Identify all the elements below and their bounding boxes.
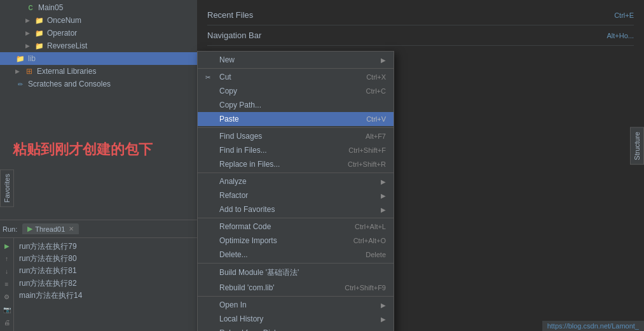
ctx-copy[interactable]: Copy Ctrl+C bbox=[198, 84, 394, 98]
right-item-label: Recent Files bbox=[207, 10, 253, 20]
tree-item-reverselist[interactable]: ▶ 📁 ReverseList bbox=[0, 39, 197, 52]
right-item-label: Navigation Bar bbox=[207, 31, 261, 40]
structure-tab[interactable]: Structure bbox=[630, 127, 644, 165]
run-tab[interactable]: ▶ Thread01 ✕ bbox=[22, 223, 79, 234]
run-line-4: run方法在执行82 bbox=[19, 278, 192, 290]
scratch-icon: ✏ bbox=[15, 79, 25, 89]
right-navigation-bar[interactable]: Navigation Bar Alt+Ho... bbox=[207, 25, 634, 46]
arrow-icon: ▶ bbox=[381, 57, 386, 64]
run-controls: ▶ ↑ ↓ ≡ ⚙ 📷 🖨 bbox=[0, 238, 14, 331]
ctx-add-favorites[interactable]: Add to Favorites ▶ bbox=[198, 202, 394, 216]
ctx-shortcut: Ctrl+C bbox=[366, 87, 386, 95]
ctx-label: Add to Favorites bbox=[219, 205, 275, 214]
ctx-rebuild[interactable]: Rebuild 'com.lib' Ctrl+Shift+F9 bbox=[198, 281, 394, 295]
ctx-reload[interactable]: ↺ Reload from Disk bbox=[198, 326, 394, 331]
run-content: run方法在执行79 run方法在执行80 run方法在执行81 run方法在执… bbox=[14, 238, 197, 331]
tree-item-operator[interactable]: ▶ 📁 Operator bbox=[0, 27, 197, 39]
ctx-label: Delete... bbox=[219, 250, 248, 259]
tree-label: ReverseList bbox=[47, 41, 87, 50]
run-panel: Run: ▶ Thread01 ✕ ▶ ↑ ↓ ≡ ⚙ 📷 🖨 run方法在执行… bbox=[0, 220, 197, 331]
arrow-icon: ▶ bbox=[381, 192, 386, 199]
class-icon: C bbox=[25, 3, 36, 13]
ctx-label: Paste bbox=[219, 115, 239, 123]
arrow-icon: ▶ bbox=[25, 43, 33, 49]
ctx-shortcut: Ctrl+Shift+F bbox=[348, 146, 386, 154]
arrow-icon: ▶ bbox=[381, 316, 386, 323]
ctx-label: Analyze bbox=[219, 177, 247, 186]
folder-icon: 📁 bbox=[34, 41, 45, 51]
tree-item-scratches[interactable]: ✏ Scratches and Consoles bbox=[0, 78, 197, 90]
ctx-label: Find in Files... bbox=[219, 146, 267, 155]
tree-label: Scratches and Consoles bbox=[28, 80, 111, 88]
separator bbox=[198, 173, 394, 173]
ctx-label: Refactor bbox=[219, 191, 248, 200]
ctx-new[interactable]: New ▶ bbox=[198, 53, 394, 67]
run-up-button[interactable]: ↑ bbox=[1, 253, 13, 264]
run-label: Run: bbox=[3, 225, 17, 233]
ctx-shortcut: Ctrl+Shift+R bbox=[348, 160, 386, 168]
run-down-button[interactable]: ↓ bbox=[1, 265, 13, 277]
ctx-open-in[interactable]: Open In ▶ bbox=[198, 298, 394, 312]
close-icon[interactable]: ✕ bbox=[69, 225, 74, 232]
ctx-label: Optimize Imports bbox=[219, 236, 277, 245]
run-play-button[interactable]: ▶ bbox=[1, 240, 13, 251]
run-list-button[interactable]: ≡ bbox=[1, 278, 13, 290]
ctx-copy-path[interactable]: Copy Path... bbox=[198, 98, 394, 112]
tree-item-external-libraries[interactable]: ▶ ⊞ External Libraries bbox=[0, 65, 197, 78]
ctx-shortcut: Ctrl+Alt+L bbox=[355, 223, 386, 230]
right-item-shortcut: Alt+Ho... bbox=[607, 32, 634, 39]
separator bbox=[198, 127, 394, 128]
run-tab-bar: Run: ▶ Thread01 ✕ bbox=[0, 220, 197, 238]
ctx-label: Local History bbox=[219, 314, 263, 323]
separator bbox=[198, 296, 394, 297]
ctx-paste[interactable]: Paste Ctrl+V bbox=[198, 112, 394, 126]
ctx-label: Cut bbox=[219, 73, 231, 81]
tree-label: OnceNum bbox=[47, 16, 81, 25]
run-tab-name: Thread01 bbox=[35, 225, 65, 233]
ctx-reformat[interactable]: Reformat Code Ctrl+Alt+L bbox=[198, 220, 394, 234]
main-container: C Main05 ▶ 📁 OnceNum ▶ 📁 Operator ▶ 📁 Re… bbox=[0, 0, 644, 331]
ctx-label: Build Module '基础语法' bbox=[219, 267, 299, 278]
ctx-shortcut: Ctrl+Alt+O bbox=[353, 237, 386, 244]
run-line-3: run方法在执行81 bbox=[19, 265, 192, 277]
ctx-local-history[interactable]: Local History ▶ bbox=[198, 312, 394, 326]
ctx-build-module[interactable]: Build Module '基础语法' bbox=[198, 265, 394, 281]
ctx-label: Reformat Code bbox=[219, 222, 271, 231]
arrow-icon: ▶ bbox=[381, 206, 386, 213]
ctx-analyze[interactable]: Analyze ▶ bbox=[198, 174, 394, 188]
arrow-icon: ▶ bbox=[25, 17, 33, 24]
tree-item-oncenum[interactable]: ▶ 📁 OnceNum bbox=[0, 14, 197, 27]
ctx-shortcut: Delete bbox=[366, 251, 386, 258]
run-print-button[interactable]: 🖨 bbox=[1, 316, 13, 328]
run-camera-button[interactable]: 📷 bbox=[1, 304, 13, 315]
ctx-icon: ✂ bbox=[205, 74, 216, 81]
external-icon: ⊞ bbox=[24, 66, 34, 76]
right-recent-files[interactable]: Recent Files Ctrl+E bbox=[207, 5, 634, 25]
tree-item-lib[interactable]: 📁 lib bbox=[0, 52, 197, 65]
run-line-5: main方法在执行14 bbox=[19, 290, 192, 302]
tree-label: lib bbox=[28, 54, 36, 63]
ctx-find-usages[interactable]: Find Usages Alt+F7 bbox=[198, 129, 394, 143]
ctx-replace-in-files[interactable]: Replace in Files... Ctrl+Shift+R bbox=[198, 157, 394, 171]
ctx-label: Find Usages bbox=[219, 132, 262, 141]
ctx-label: New bbox=[219, 55, 235, 64]
ctx-cut[interactable]: ✂ Cut Ctrl+X bbox=[198, 70, 394, 84]
ctx-delete[interactable]: Delete... Delete bbox=[198, 248, 394, 262]
url-bar: https://blog.csdn.net/Lamont_ bbox=[542, 321, 644, 331]
right-item-shortcut: Ctrl+E bbox=[614, 11, 634, 19]
tree-label: Main05 bbox=[38, 3, 63, 12]
ctx-refactor[interactable]: Refactor ▶ bbox=[198, 188, 394, 202]
ctx-optimize[interactable]: Optimize Imports Ctrl+Alt+O bbox=[198, 234, 394, 248]
ctx-label: Reload from Disk bbox=[219, 328, 278, 331]
run-tab-icon: ▶ bbox=[27, 225, 32, 233]
favorites-tab[interactable]: Favorites bbox=[0, 169, 14, 207]
run-settings-button[interactable]: ⚙ bbox=[1, 291, 13, 302]
ctx-find-in-files[interactable]: Find in Files... Ctrl+Shift+F bbox=[198, 143, 394, 157]
arrow-icon: ▶ bbox=[381, 302, 386, 309]
tree-item-main05[interactable]: C Main05 bbox=[0, 1, 197, 14]
folder-icon: 📁 bbox=[34, 15, 45, 25]
arrow-icon: ▶ bbox=[15, 68, 23, 74]
ctx-label: Copy Path... bbox=[219, 101, 261, 109]
arrow-icon: ▶ bbox=[381, 178, 386, 185]
ctx-label: Copy bbox=[219, 87, 237, 95]
